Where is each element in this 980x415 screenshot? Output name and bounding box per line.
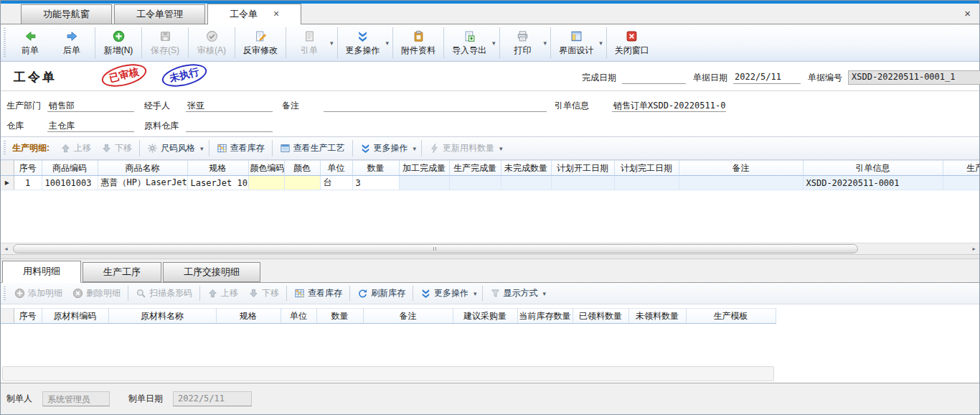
cell[interactable]: 1 <box>14 176 42 190</box>
column-header[interactable]: 单位 <box>320 161 352 176</box>
column-header[interactable]: 备注 <box>363 309 453 324</box>
view-process-button[interactable]: 查看生产工艺 <box>275 140 350 157</box>
prev-doc-button[interactable]: 前单 <box>9 28 51 58</box>
cell[interactable]: 台 <box>320 176 352 190</box>
handler-input[interactable]: 张亚 <box>186 100 273 112</box>
size-style-button[interactable]: 尺码风格 <box>142 140 200 157</box>
column-header[interactable]: 引单信息 <box>803 161 943 176</box>
column-header[interactable]: 单位 <box>281 309 316 324</box>
column-header[interactable]: 生产 <box>943 161 979 176</box>
scrollbar-thumb[interactable] <box>13 244 858 253</box>
view-inventory-button[interactable]: 查看库存 <box>212 140 270 157</box>
column-header[interactable]: 商品编码 <box>42 161 98 176</box>
column-header[interactable]: 生产模板 <box>686 309 776 324</box>
tab-close-icon[interactable]: × <box>273 8 279 19</box>
column-header[interactable]: 未领料数量 <box>628 309 686 324</box>
column-header[interactable]: 原材料名称 <box>108 309 216 324</box>
production-dept-input[interactable]: 销售部 <box>47 100 134 112</box>
finish-date-input[interactable] <box>622 72 686 84</box>
remark-input[interactable] <box>324 100 547 112</box>
warehouse-input[interactable]: 主仓库 <box>47 120 134 132</box>
column-header[interactable]: 未完成数量 <box>501 161 551 176</box>
ref-info-input[interactable]: 销售订单XSDD-20220511-0 <box>612 100 726 112</box>
dropdown-caret-icon[interactable]: ▾ <box>386 39 390 47</box>
column-header[interactable]: 数量 <box>316 309 363 324</box>
column-header[interactable]: 序号 <box>14 161 42 176</box>
bottom-tab-2[interactable]: 生产工序 <box>83 262 161 282</box>
arrow-left-icon <box>24 30 37 42</box>
view-inventory-button[interactable]: 查看库存 <box>289 285 347 302</box>
doc-date-input[interactable]: 2022/5/11 <box>733 72 801 84</box>
cell[interactable] <box>248 176 284 190</box>
cell[interactable] <box>551 176 614 190</box>
column-header[interactable]: 备注 <box>679 161 803 176</box>
next-doc-button[interactable]: 后单 <box>51 28 93 58</box>
cell[interactable]: 100101003 <box>42 176 98 190</box>
cell[interactable] <box>679 176 803 190</box>
bottom-tab-3[interactable]: 工序交接明细 <box>163 262 260 282</box>
cell[interactable] <box>501 176 551 190</box>
cell[interactable] <box>284 176 320 190</box>
column-header[interactable]: 生产完成量 <box>449 161 501 176</box>
column-header[interactable]: 规格 <box>187 161 248 176</box>
tabbar-close-icon[interactable]: × <box>964 8 971 19</box>
print-button[interactable]: 打印 <box>502 28 544 58</box>
cell[interactable] <box>449 176 501 190</box>
new-button[interactable]: 新增(N) <box>98 28 139 58</box>
scroll-right-icon[interactable]: ▸ <box>969 243 979 254</box>
dropdown-caret-icon[interactable]: ▾ <box>473 290 477 297</box>
cell[interactable]: 3 <box>352 176 399 190</box>
more-actions-button[interactable]: 更多操作 <box>355 140 413 157</box>
cell[interactable] <box>614 176 679 190</box>
dropdown-caret-icon[interactable]: ▾ <box>492 39 496 47</box>
import-export-button[interactable]: 导入导出 <box>446 28 492 58</box>
column-header[interactable]: 计划开工日期 <box>551 161 614 176</box>
ui-design-button[interactable]: 界面设计 <box>553 28 599 58</box>
display-mode-button[interactable]: 显示方式 <box>485 285 543 302</box>
more-actions-button[interactable]: 更多操作 <box>340 28 386 58</box>
scroll-left-icon[interactable]: ◂ <box>1 243 11 254</box>
dropdown-caret-icon[interactable]: ▾ <box>544 39 547 47</box>
material-warehouse-input[interactable] <box>186 120 273 132</box>
cell[interactable] <box>943 176 979 190</box>
column-header[interactable]: 序号 <box>14 309 42 324</box>
scan-barcode-button: 扫描条形码 <box>131 285 197 302</box>
table-row[interactable]: ▶1100101003惠普（HP）LaserJetLaserJet 1020台3… <box>1 176 979 190</box>
toolbar-grip[interactable] <box>4 28 6 57</box>
toolbar-grip[interactable] <box>4 141 6 156</box>
column-header[interactable]: 计划完工日期 <box>614 161 679 176</box>
column-header[interactable]: 建议采购量 <box>453 309 517 324</box>
dropdown-caret-icon[interactable]: ▾ <box>599 39 603 47</box>
cell[interactable]: 惠普（HP）LaserJet <box>98 176 187 190</box>
bottom-tab-1[interactable]: 用料明细 <box>2 261 81 283</box>
column-header[interactable]: 原材料编码 <box>42 309 108 324</box>
tab-1[interactable]: 功能导航窗 <box>21 4 112 24</box>
dropdown-caret-icon[interactable]: ▾ <box>200 145 204 152</box>
column-header[interactable]: 规格 <box>216 309 281 324</box>
cell[interactable]: LaserJet 1020 <box>187 176 248 190</box>
attachment-button[interactable]: 附件资料 <box>395 28 441 58</box>
cell[interactable]: XSDD-20220511-0001 <box>803 176 943 190</box>
column-header[interactable]: 数量 <box>352 161 399 176</box>
refresh-inventory-button[interactable]: 刷新库存 <box>352 285 410 302</box>
column-header[interactable]: 颜色编码 <box>248 161 284 176</box>
column-header[interactable]: 颜色 <box>284 161 320 176</box>
column-header[interactable]: 当前库存数量 <box>517 309 573 324</box>
unaudit-modify-button[interactable]: 反审修改 <box>237 28 283 58</box>
close-window-button[interactable]: 关闭窗口 <box>609 28 655 58</box>
dropdown-caret-icon[interactable]: ▾ <box>499 145 503 152</box>
cell[interactable] <box>399 176 449 190</box>
dropdown-caret-icon[interactable]: ▾ <box>543 290 547 297</box>
bottom-scrollbar-track[interactable] <box>2 366 774 381</box>
more-actions-button[interactable]: 更多操作 <box>415 285 473 302</box>
dropdown-caret-icon[interactable]: ▾ <box>413 145 417 152</box>
column-header[interactable]: 加工完成量 <box>399 161 449 176</box>
column-header[interactable]: 商品名称 <box>98 161 187 176</box>
dropdown-caret-icon[interactable]: ▾ <box>330 39 334 47</box>
tab-2[interactable]: 工令单管理 <box>114 4 205 24</box>
tab-3[interactable]: 工令单× <box>207 4 301 24</box>
horizontal-scrollbar[interactable]: ◂ ▸ <box>1 243 979 254</box>
toolbar-grip[interactable] <box>4 286 6 300</box>
horizontal-splitter[interactable] <box>1 254 979 259</box>
column-header[interactable]: 已领料数量 <box>573 309 628 324</box>
